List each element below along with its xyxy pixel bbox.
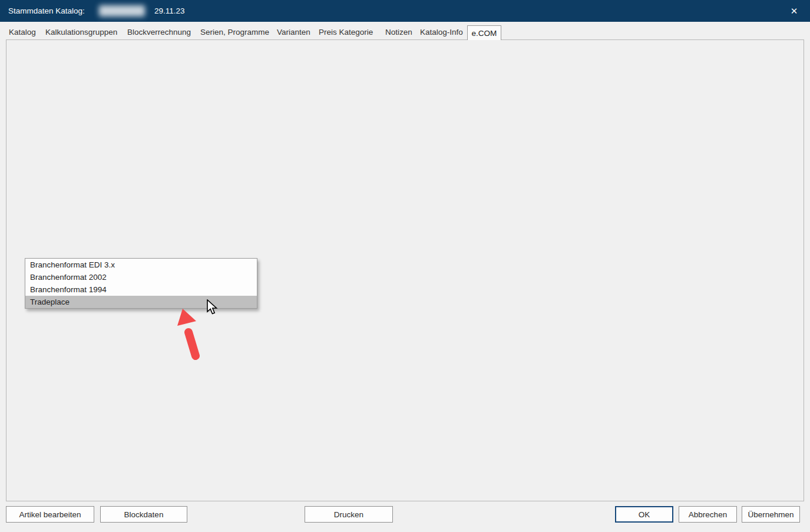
tab-serien-programme[interactable]: Serien, Programme [200, 28, 269, 37]
format-dropdown-list: Branchenformat EDI 3.x Branchenformat 20… [25, 258, 257, 309]
tab-katalog-info[interactable]: Katalog-Info [420, 28, 463, 37]
print-button[interactable]: Drucken [305, 506, 393, 523]
tab-katalog[interactable]: Katalog [9, 28, 36, 37]
dropdown-option-2002[interactable]: Branchenformat 2002 [25, 271, 257, 283]
cancel-button[interactable]: Abbrechen [679, 506, 737, 523]
redacted-catalog-name [99, 5, 145, 16]
tab-varianten[interactable]: Varianten [277, 28, 310, 37]
tab-ecom-active[interactable]: e.COM [467, 25, 501, 40]
window-title: Stammdaten Katalog: [8, 6, 85, 15]
tab-blockverrechnung[interactable]: Blockverrechnung [127, 28, 191, 37]
titlebar: Stammdaten Katalog: 29.11.23 ✕ [0, 0, 810, 22]
dropdown-option-edi3x[interactable]: Branchenformat EDI 3.x [25, 259, 257, 271]
apply-button[interactable]: Übernehmen [742, 506, 800, 523]
tab-notizen[interactable]: Notizen [385, 28, 412, 37]
block-data-button[interactable]: Blockdaten [100, 506, 187, 523]
tab-kalkulationsgruppen[interactable]: Kalkulationsgruppen [45, 28, 117, 37]
tab-preis-kategorie[interactable]: Preis Kategorie [319, 28, 373, 37]
titlebar-date: 29.11.23 [154, 6, 185, 15]
dropdown-option-tradeplace[interactable]: Tradeplace [25, 296, 257, 308]
dropdown-option-1994[interactable]: Branchenformat 1994 [25, 283, 257, 296]
edit-articles-button[interactable]: Artikel bearbeiten [6, 506, 94, 523]
close-icon[interactable]: ✕ [788, 5, 801, 18]
ok-button[interactable]: OK [615, 506, 673, 523]
